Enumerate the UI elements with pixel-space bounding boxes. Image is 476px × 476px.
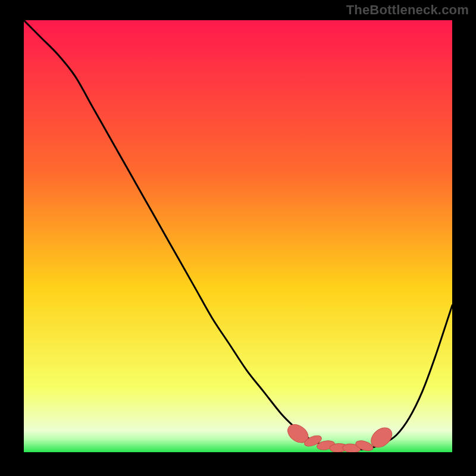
chart-stage: TheBottleneck.com — [0, 0, 476, 476]
bottleneck-chart — [24, 20, 452, 452]
gradient-background — [24, 20, 452, 452]
plot-area — [24, 20, 452, 452]
watermark-text: TheBottleneck.com — [346, 2, 469, 18]
